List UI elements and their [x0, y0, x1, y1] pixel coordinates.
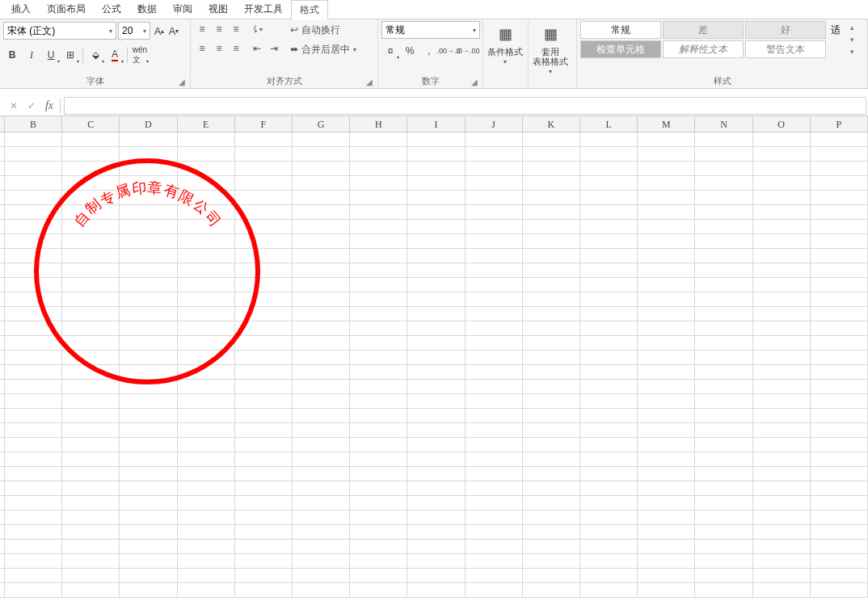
cell[interactable]: [638, 292, 695, 307]
cell[interactable]: [407, 569, 465, 583]
cell[interactable]: [62, 452, 120, 467]
cell[interactable]: [580, 423, 638, 438]
cell[interactable]: [811, 394, 868, 409]
cell[interactable]: [695, 438, 752, 452]
cell[interactable]: [466, 176, 523, 191]
cell[interactable]: [350, 365, 407, 380]
cell[interactable]: [695, 263, 752, 278]
cell[interactable]: [695, 321, 752, 336]
cell[interactable]: [811, 452, 868, 467]
cell[interactable]: [235, 438, 293, 452]
cell[interactable]: [178, 554, 235, 569]
cell[interactable]: [407, 496, 465, 510]
style-explanatory[interactable]: 解释性文本: [663, 40, 744, 58]
cell[interactable]: [350, 351, 407, 365]
cell[interactable]: [753, 132, 811, 147]
column-header-N[interactable]: N: [695, 116, 752, 132]
cell[interactable]: [466, 278, 523, 292]
cell[interactable]: [466, 510, 523, 525]
cell[interactable]: [638, 510, 695, 525]
cell[interactable]: [5, 394, 62, 409]
cell[interactable]: [350, 510, 407, 525]
cell[interactable]: [811, 191, 868, 205]
cell[interactable]: [120, 409, 177, 423]
cell[interactable]: [638, 394, 695, 409]
cell[interactable]: [523, 467, 580, 481]
cell[interactable]: [178, 540, 235, 554]
cell[interactable]: [293, 467, 350, 481]
cell[interactable]: [407, 176, 465, 191]
cell[interactable]: [638, 278, 695, 292]
column-header-O[interactable]: O: [753, 116, 811, 132]
cell[interactable]: [580, 307, 638, 321]
format-as-table-button[interactable]: ▦ 套用 表格格式 ▾: [532, 21, 569, 75]
cell[interactable]: [5, 540, 62, 554]
cell[interactable]: [753, 438, 811, 452]
cell[interactable]: [580, 380, 638, 394]
cell[interactable]: [638, 336, 695, 351]
cell[interactable]: [580, 496, 638, 510]
cell[interactable]: [638, 540, 695, 554]
column-header-E[interactable]: E: [178, 116, 235, 132]
border-button[interactable]: ⊞▾: [61, 46, 79, 64]
cell[interactable]: [235, 481, 293, 496]
cell[interactable]: [811, 496, 868, 510]
phonetic-button[interactable]: wén文▾: [131, 46, 149, 64]
cell[interactable]: [5, 496, 62, 510]
cell[interactable]: [120, 438, 177, 452]
cell[interactable]: [695, 176, 752, 191]
cell[interactable]: [523, 307, 580, 321]
cell[interactable]: [178, 525, 235, 540]
cell[interactable]: [350, 307, 407, 321]
cell[interactable]: [753, 394, 811, 409]
cell[interactable]: [350, 147, 407, 162]
cell[interactable]: [235, 162, 293, 176]
column-header-J[interactable]: J: [466, 116, 523, 132]
cell[interactable]: [466, 263, 523, 278]
cell[interactable]: [638, 583, 695, 598]
cell[interactable]: [178, 394, 235, 409]
cell[interactable]: [62, 438, 120, 452]
cell[interactable]: [293, 554, 350, 569]
cell[interactable]: [350, 220, 407, 234]
cell[interactable]: [120, 278, 177, 292]
currency-button[interactable]: ¤▾: [381, 42, 399, 60]
cell[interactable]: [811, 132, 868, 147]
cell[interactable]: [638, 176, 695, 191]
cell[interactable]: [293, 452, 350, 467]
cell[interactable]: [638, 409, 695, 423]
cell[interactable]: [235, 278, 293, 292]
cell[interactable]: [5, 307, 62, 321]
cell[interactable]: [350, 321, 407, 336]
cell[interactable]: [178, 496, 235, 510]
cell[interactable]: [466, 394, 523, 409]
bold-button[interactable]: B: [3, 46, 21, 64]
cell[interactable]: [580, 336, 638, 351]
cell[interactable]: [580, 525, 638, 540]
cell[interactable]: [293, 292, 350, 307]
style-more-partial[interactable]: 适: [828, 21, 844, 39]
cell[interactable]: [120, 569, 177, 583]
cell[interactable]: [695, 191, 752, 205]
cell[interactable]: [811, 336, 868, 351]
cell[interactable]: [638, 205, 695, 220]
cell[interactable]: [293, 132, 350, 147]
cell[interactable]: [638, 307, 695, 321]
cell[interactable]: [753, 234, 811, 249]
cell[interactable]: [62, 351, 120, 365]
cell[interactable]: [293, 176, 350, 191]
cell[interactable]: [580, 540, 638, 554]
cell[interactable]: [580, 278, 638, 292]
cell[interactable]: [811, 278, 868, 292]
cell[interactable]: [235, 234, 293, 249]
cell[interactable]: [178, 220, 235, 234]
cell[interactable]: [753, 176, 811, 191]
cell[interactable]: [580, 409, 638, 423]
cell[interactable]: [350, 481, 407, 496]
cell[interactable]: [638, 467, 695, 481]
cell[interactable]: [62, 321, 120, 336]
cell[interactable]: [638, 162, 695, 176]
cell[interactable]: [235, 351, 293, 365]
cell[interactable]: [62, 205, 120, 220]
cell[interactable]: [62, 162, 120, 176]
